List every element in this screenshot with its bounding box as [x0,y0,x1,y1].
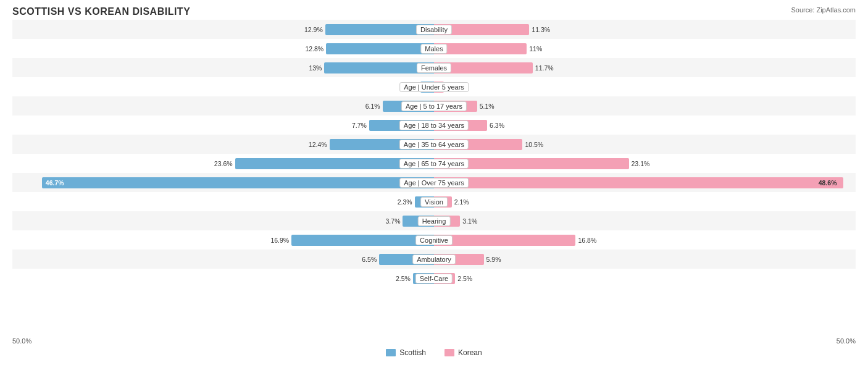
chart-area: 12.9%Disability11.3%12.8%Males11%13%Fema… [12,20,856,335]
right-value-label: 5.1% [480,103,495,110]
left-value-label: 12.4% [309,141,327,148]
bar-right-container: 2.5% [434,269,856,288]
bar-right-container: 5.1% [434,96,856,116]
scottish-legend-label: Scottish [399,348,426,357]
left-value-label: 2.5% [396,275,411,282]
bar-right-container: 11.7% [434,58,856,77]
chart-row: 12.4%Age | 35 to 64 years10.5% [12,135,856,154]
center-row-label: Age | 65 to 74 years [399,159,469,169]
chart-row: 12.9%Disability11.3% [12,20,856,39]
center-row-label: Self-Care [415,274,453,284]
bar-right-container: 11% [434,39,856,58]
right-value-label: 11% [529,45,542,52]
korean-legend-box [444,349,454,356]
center-row-label: Males [420,44,447,54]
center-row-label: Age | 18 to 34 years [399,120,469,130]
bar-right-container: 2.1% [434,192,856,211]
axis-right-label: 50.0% [434,337,856,345]
bar-left-container: 23.6% [12,154,434,173]
bar-left-container: 12.8% [12,39,434,58]
right-value-label: 6.3% [490,122,504,129]
right-value-label: 23.1% [632,160,650,167]
right-value-label: 5.9% [486,256,501,263]
left-value-label: 12.8% [305,45,323,52]
bar-right-container: 23.1% [434,154,856,173]
bar-left-container: 7.7% [12,116,434,135]
scottish-legend-box [386,349,396,356]
legend: Scottish Korean [12,348,856,357]
right-value-label: 11.7% [535,64,554,72]
bar-left-container: 6.5% [12,250,434,269]
axis-left-label: 50.0% [12,337,434,345]
center-row-label: Age | Under 5 years [399,82,469,92]
chart-row: 16.9%Cognitive16.8% [12,230,856,250]
bar-left: 46.7% [42,177,434,188]
bar-right-container: 5.9% [434,250,856,269]
chart-row: 6.1%Age | 5 to 17 years5.1% [12,96,856,116]
left-value-label: 12.9% [304,26,323,33]
left-value-label: 2.3% [398,198,412,206]
chart-container: SCOTTISH VS KOREAN DISABILITY Source: Zi… [0,0,868,378]
left-value-label: 6.1% [365,103,380,110]
source-label: Source: ZipAtlas.com [791,6,856,14]
bar-right-container: 10.5% [434,135,856,154]
right-value-label: 11.3% [532,26,550,33]
bar-right: 48.6% [434,177,843,188]
left-value-label: 16.9% [270,237,289,244]
chart-row: 23.6%Age | 65 to 74 years23.1% [12,154,856,173]
left-value-label: 7.7% [352,122,367,129]
center-row-label: Age | 5 to 17 years [401,101,467,111]
bar-right-container: 48.6% [434,173,856,192]
right-value-label: 2.5% [457,275,472,282]
bar-left-container: 2.5% [12,269,434,288]
center-row-label: Age | 35 to 64 years [399,140,469,149]
bar-right-container: 1.2% [434,77,856,96]
bar-left-container: 46.7% [12,173,434,192]
axis-bottom: 50.0% 50.0% [12,337,856,345]
right-value-label: 3.1% [462,217,477,225]
chart-row: 1.6%Age | Under 5 years1.2% [12,77,856,96]
center-row-label: Cognitive [415,235,453,245]
chart-row: 2.3%Vision2.1% [12,192,856,211]
right-value-label: 2.1% [454,198,469,206]
chart-row: 46.7%Age | Over 75 years48.6% [12,173,856,192]
bar-left [291,235,434,246]
chart-row: 12.8%Males11% [12,39,856,58]
chart-row: 13%Females11.7% [12,58,856,77]
chart-row: 2.5%Self-Care2.5% [12,269,856,288]
left-value-label: 3.7% [386,217,401,225]
bar-left-container: 12.4% [12,135,434,154]
chart-row: 3.7%Hearing3.1% [12,211,856,230]
korean-legend-label: Korean [458,348,482,357]
legend-korean: Korean [444,348,482,357]
bar-right-container: 11.3% [434,20,856,39]
left-value-label: 6.5% [362,256,377,263]
right-value-label: 10.5% [525,141,543,148]
center-row-label: Hearing [418,216,451,226]
bar-right-container: 3.1% [434,211,856,230]
legend-scottish: Scottish [386,348,426,357]
bar-left-container: 2.3% [12,192,434,211]
bar-right [434,235,575,246]
right-value-label: 16.8% [578,237,596,244]
right-value-label: 48.6% [819,179,841,187]
bar-left-container: 6.1% [12,96,434,116]
bar-right-container: 16.8% [434,230,856,250]
chart-title: SCOTTISH VS KOREAN DISABILITY [12,6,856,17]
bar-left-container: 13% [12,58,434,77]
bar-left-container: 1.6% [12,77,434,96]
bar-left [326,43,434,54]
left-value-label: 13% [309,64,322,72]
center-row-label: Disability [416,25,452,35]
center-row-label: Ambulatory [412,254,456,264]
left-value-label: 46.7% [46,179,64,187]
bar-left-container: 3.7% [12,211,434,230]
bar-left-container: 12.9% [12,20,434,39]
bar-right [434,43,527,54]
center-row-label: Age | Over 75 years [399,178,469,188]
center-row-label: Vision [420,197,448,207]
bar-left-container: 16.9% [12,230,434,250]
chart-row: 7.7%Age | 18 to 34 years6.3% [12,116,856,135]
chart-row: 6.5%Ambulatory5.9% [12,250,856,269]
center-row-label: Females [417,63,451,73]
